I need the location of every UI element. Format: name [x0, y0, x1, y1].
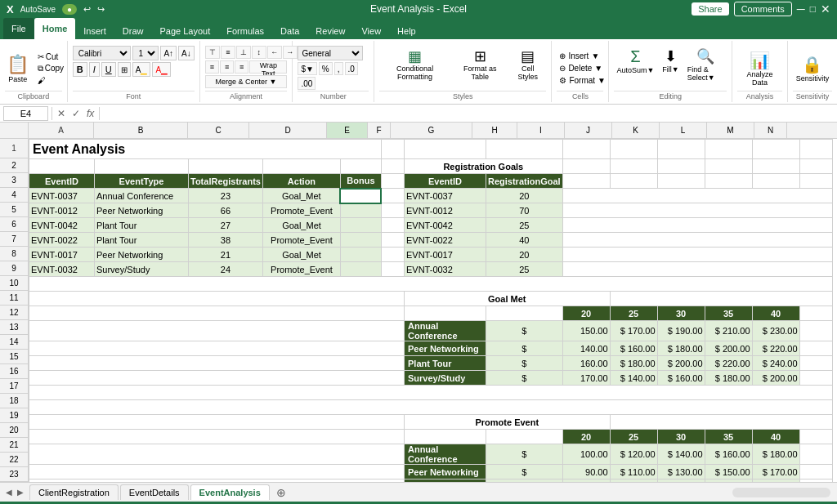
format-cells-button[interactable]: ⚙ Format▼ — [557, 75, 603, 86]
cell-i5[interactable] — [562, 203, 832, 218]
cell-m15[interactable]: $ 240.00 — [752, 356, 799, 371]
cell-i13[interactable]: 150.00 — [562, 321, 610, 341]
cell-l16[interactable]: $ 180.00 — [705, 371, 752, 386]
row-header-11[interactable]: 11 — [0, 291, 29, 306]
cell-k13[interactable]: $ 190.00 — [657, 321, 705, 341]
cell-n13[interactable] — [799, 321, 832, 341]
cell-l14[interactable]: $ 200.00 — [705, 341, 752, 356]
align-top-button[interactable]: ⊤ — [205, 46, 220, 59]
row-header-23[interactable]: 23 — [0, 467, 29, 482]
cell-af12[interactable] — [29, 306, 405, 321]
cell-k20[interactable]: 30 — [657, 430, 705, 444]
cell-g2[interactable]: Registration Goals — [404, 159, 562, 174]
cell-af21[interactable] — [29, 444, 405, 465]
cell-d8[interactable]: Goal_Met — [262, 248, 340, 262]
cell-af23[interactable] — [29, 479, 405, 483]
row-header-17[interactable]: 17 — [0, 379, 29, 394]
cell-f7[interactable] — [381, 233, 404, 248]
cell-j11[interactable] — [610, 292, 832, 306]
cell-g16[interactable]: Survey/Study — [404, 371, 486, 386]
autosum-button[interactable]: Σ AutoSum▼ — [614, 46, 656, 91]
tab-view[interactable]: View — [353, 23, 389, 39]
wrap-text-button[interactable]: Wrap Text — [249, 60, 287, 74]
cell-g19[interactable]: Promote Event — [404, 415, 610, 430]
col-header-i[interactable]: I — [517, 123, 565, 138]
tab-page-layout[interactable]: Page Layout — [151, 23, 218, 39]
text-direction-button[interactable]: ↕ — [252, 46, 266, 59]
cell-d4[interactable]: Goal_Met — [262, 189, 340, 203]
cell-c9[interactable]: 24 — [189, 262, 263, 277]
cell-i14[interactable]: 140.00 — [562, 341, 610, 356]
row-header-1[interactable]: 1 — [0, 139, 29, 158]
col-header-g[interactable]: G — [391, 123, 472, 138]
tab-scroll-right-icon[interactable]: ▶ — [15, 488, 26, 497]
cell-g9[interactable]: EVNT-0032 — [404, 262, 486, 277]
tab-event-details[interactable]: EventDetails — [120, 484, 189, 500]
format-as-table-button[interactable]: ⊞ Format as Table — [454, 46, 506, 91]
row-header-22[interactable]: 22 — [0, 453, 29, 467]
cell-g15[interactable]: Plant Tour — [404, 356, 486, 371]
comments-button[interactable]: Comments — [734, 2, 792, 16]
cell-i20[interactable]: 20 — [562, 430, 610, 444]
cell-k14[interactable]: $ 180.00 — [657, 341, 705, 356]
font-increase-button[interactable]: A↑ — [160, 46, 177, 60]
cell-h6[interactable]: 25 — [486, 218, 562, 233]
cell-g6[interactable]: EVNT-0042 — [404, 218, 486, 233]
col-header-c[interactable]: C — [188, 123, 249, 138]
number-format-select[interactable]: General — [298, 46, 363, 60]
cell-f5[interactable] — [381, 203, 404, 218]
horizontal-scrollbar[interactable] — [732, 488, 830, 497]
cell-j2[interactable] — [610, 159, 657, 174]
cell-n2[interactable] — [799, 159, 832, 174]
cell-g3[interactable]: EventID — [404, 174, 486, 189]
cell-b6[interactable]: Plant Tour — [95, 218, 189, 233]
cell-l13[interactable]: $ 210.00 — [705, 321, 752, 341]
cell-a6[interactable]: EVNT-0042 — [29, 218, 95, 233]
cell-a8[interactable]: EVNT-0017 — [29, 248, 95, 262]
tab-file[interactable]: File — [3, 18, 34, 39]
cell-k22[interactable]: $ 130.00 — [657, 465, 705, 479]
cell-g4[interactable]: EVNT-0037 — [404, 189, 486, 203]
cell-i7[interactable] — [562, 233, 832, 248]
cell-n3[interactable] — [799, 174, 832, 189]
cell-l22[interactable]: $ 150.00 — [705, 465, 752, 479]
cell-i2[interactable] — [562, 159, 610, 174]
cell-k3[interactable] — [657, 174, 705, 189]
cell-h8[interactable]: 20 — [486, 248, 562, 262]
cell-b3[interactable]: EventType — [95, 174, 189, 189]
currency-button[interactable]: $▼ — [298, 62, 316, 75]
row-header-10[interactable]: 10 — [0, 276, 29, 291]
fill-button[interactable]: ⬇ Fill▼ — [660, 46, 681, 91]
row-header-5[interactable]: 5 — [0, 203, 29, 217]
cell-l12[interactable]: 35 — [705, 306, 752, 321]
share-button[interactable]: Share — [692, 2, 728, 16]
align-left-button[interactable]: ≡ — [205, 60, 219, 74]
cell-i3[interactable] — [562, 174, 610, 189]
cell-m21[interactable]: $ 180.00 — [752, 444, 799, 465]
cell-g12[interactable] — [404, 306, 486, 321]
cell-g11[interactable]: Goal Met — [404, 292, 610, 306]
cell-i22[interactable]: 90.00 — [562, 465, 610, 479]
row-header-4[interactable]: 4 — [0, 188, 29, 203]
cell-l23[interactable]: $ 170.00 — [705, 479, 752, 483]
cell-i12[interactable]: 20 — [562, 306, 610, 321]
insert-function-icon[interactable]: fx — [85, 108, 96, 119]
cell-j19[interactable] — [610, 415, 832, 430]
tab-client-registration[interactable]: ClientRegistration — [29, 484, 119, 500]
cell-d2[interactable] — [262, 159, 340, 174]
italic-button[interactable]: I — [89, 62, 100, 77]
cell-j22[interactable]: $ 110.00 — [610, 465, 657, 479]
cell-a4[interactable]: EVNT-0037 — [29, 189, 95, 203]
cell-h22[interactable]: $ — [486, 465, 562, 479]
cell-c7[interactable]: 38 — [189, 233, 263, 248]
cell-m20[interactable]: 40 — [752, 430, 799, 444]
cell-g7[interactable]: EVNT-0022 — [404, 233, 486, 248]
cell-m16[interactable]: $ 200.00 — [752, 371, 799, 386]
sensitivity-button[interactable]: 🔒 Sensitivity — [793, 53, 833, 84]
align-middle-button[interactable]: ≡ — [221, 46, 235, 59]
comma-button[interactable]: , — [334, 62, 343, 75]
cell-d3[interactable]: Action — [262, 174, 340, 189]
cell-i8[interactable] — [562, 248, 832, 262]
cell-j21[interactable]: $ 120.00 — [610, 444, 657, 465]
cell-b5[interactable]: Peer Networking — [95, 203, 189, 218]
